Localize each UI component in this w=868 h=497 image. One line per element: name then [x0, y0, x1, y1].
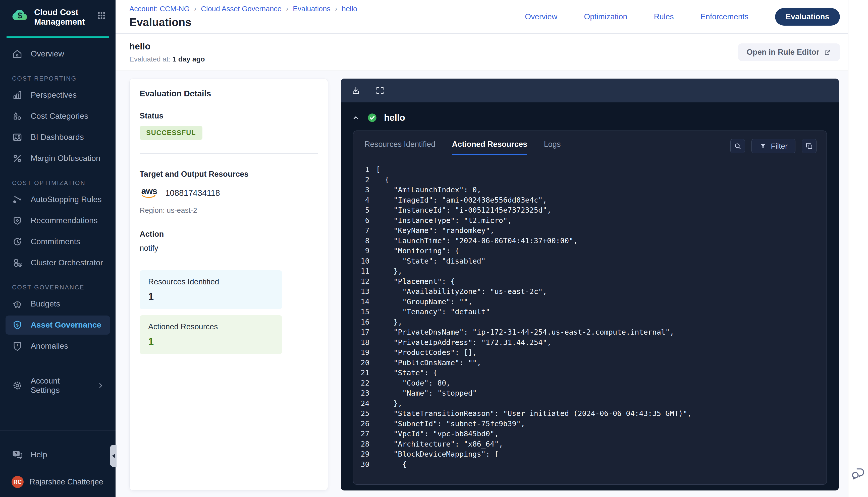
sidebar-item-help[interactable]: ? Help — [0, 444, 115, 465]
sidebar-item-cost-categories[interactable]: Cost Categories — [0, 106, 115, 127]
help-chat-icon: ? — [12, 449, 23, 460]
code-line: 22 "Code": 80, — [353, 378, 827, 388]
breadcrumb-link-hello[interactable]: hello — [342, 5, 357, 13]
sidebar-item-budgets[interactable]: $Budgets — [0, 294, 115, 314]
tab-optimization[interactable]: Optimization — [584, 12, 627, 22]
line-content: }, — [369, 317, 402, 327]
sidebar-item-label: AutoStopping Rules — [31, 195, 102, 204]
svg-text:?: ? — [15, 451, 17, 456]
line-content: "ImageId": "ami-002438e556dd03e4c", — [369, 195, 547, 205]
line-content: [ — [369, 165, 380, 175]
sidebar-collapse-handle[interactable] — [110, 445, 116, 467]
sidebar-item-autostopping-rules[interactable]: AutoStopping Rules — [0, 189, 115, 210]
actioned-resources-value: 1 — [148, 336, 274, 347]
page-title: Evaluations — [129, 16, 357, 29]
region-text: Region: us-east-2 — [140, 206, 318, 215]
user-menu[interactable]: RC Rajarshee Chatterjee — [0, 471, 115, 493]
viewer-toolbar — [341, 79, 839, 102]
breadcrumb-link-evaluations[interactable]: Evaluations — [293, 5, 331, 13]
line-number: 8 — [353, 236, 369, 246]
code-line: 27 "VpcId": "vpc-bb845bd0", — [353, 429, 827, 439]
sidebar-item-margin-obfuscation[interactable]: Margin Obfuscation — [0, 148, 115, 169]
code-line: 15 "Tenancy": "default" — [353, 307, 827, 317]
breadcrumb-link-account-ccm-ng[interactable]: Account: CCM-NG — [129, 5, 190, 13]
line-content: "SubnetId": "subnet-75fe9b39", — [369, 419, 525, 429]
fullscreen-icon[interactable] — [375, 86, 385, 96]
line-content: { — [369, 175, 389, 185]
code-line: 13 "AvailabilityZone": "us-east-2c", — [353, 286, 827, 297]
code-line: 8 "LaunchTime": "2024-06-06T04:41:37+00:… — [353, 236, 827, 246]
sidebar-menu: OverviewCOST REPORTINGPerspectivesCost C… — [0, 38, 115, 357]
copy-button[interactable] — [802, 139, 816, 153]
app-title: Cloud Cost Management — [34, 8, 87, 27]
category-shapes-icon — [12, 111, 23, 122]
sidebar-item-label: Cost Categories — [31, 111, 88, 121]
tab-evaluations[interactable]: Evaluations — [775, 8, 840, 26]
resources-identified-box: Resources Identified 1 — [140, 270, 282, 309]
sidebar-item-recommendations[interactable]: Recommendations — [0, 210, 115, 231]
line-content: "State": { — [369, 368, 437, 378]
filter-icon — [759, 142, 767, 150]
line-number: 18 — [353, 337, 369, 347]
code-line: 6 "InstanceType": "t2.micro", — [353, 215, 827, 226]
line-content: "KeyName": "randomkey", — [369, 225, 494, 236]
line-content: "Name": "stopped" — [369, 388, 477, 398]
download-icon[interactable] — [351, 86, 361, 96]
json-code-viewer[interactable]: 1[2 {3 "AmiLaunchIndex": 0,4 "ImageId": … — [353, 165, 827, 469]
line-number: 28 — [353, 439, 369, 449]
module-grid-icon[interactable] — [97, 11, 106, 20]
line-content: "State": "disabled" — [369, 256, 486, 266]
external-link-icon — [824, 48, 831, 56]
sidebar-item-anomalies[interactable]: !Anomalies — [0, 336, 115, 357]
line-number: 11 — [353, 266, 369, 276]
code-line: 26 "SubnetId": "subnet-75fe9b39", — [353, 419, 827, 429]
line-content: "ProductCodes": [], — [369, 347, 477, 358]
sidebar-item-label: Account Settings — [31, 376, 89, 395]
open-in-rule-editor-button[interactable]: Open in Rule Editor — [738, 43, 840, 61]
sidebar-item-label: Perspectives — [31, 90, 76, 100]
target-resources-label: Target and Output Resources — [140, 170, 318, 179]
line-number: 6 — [353, 215, 369, 226]
search-button[interactable] — [730, 139, 745, 153]
sidebar-item-overview[interactable]: Overview — [0, 43, 115, 65]
tab-enforcements[interactable]: Enforcements — [700, 12, 748, 22]
line-number: 25 — [353, 408, 369, 419]
user-name: Rajarshee Chatterjee — [30, 478, 103, 486]
code-line: 17 "PrivateDnsName": "ip-172-31-44-254.u… — [353, 327, 827, 337]
main-content: Evaluation Details Status SUCCESSFUL Tar… — [115, 71, 868, 497]
line-content: "InstanceType": "t2.micro", — [369, 215, 512, 226]
tab-resources-identified[interactable]: Resources Identified — [364, 140, 435, 155]
sidebar-item-perspectives[interactable]: Perspectives — [0, 85, 115, 106]
viewer-controls: Filter — [730, 139, 816, 153]
sidebar-item-cluster-orchestrator[interactable]: Cluster Orchestrator — [0, 252, 115, 273]
status-label: Status — [140, 111, 318, 120]
code-line: 10 "State": "disabled" — [353, 256, 827, 266]
line-number: 13 — [353, 286, 369, 297]
chat-bubbles-icon[interactable] — [851, 467, 866, 482]
breadcrumb-separator: › — [286, 5, 288, 13]
line-content: "Placement": { — [369, 276, 455, 287]
target-account-row: aws 108817434118 — [140, 187, 318, 199]
line-content: "AmiLaunchIndex": 0, — [369, 185, 481, 195]
breadcrumb-link-cloud-asset-governance[interactable]: Cloud Asset Governance — [201, 5, 282, 13]
line-number: 4 — [353, 195, 369, 205]
tab-rules[interactable]: Rules — [654, 12, 674, 22]
filter-button[interactable]: Filter — [752, 139, 795, 153]
line-content: "BlockDeviceMappings": [ — [369, 449, 499, 459]
chevron-up-icon[interactable] — [351, 113, 360, 122]
evaluation-subheader: hello Evaluated at:1 day ago Open in Rul… — [115, 34, 868, 71]
sidebar-item-asset-governance[interactable]: $Asset Governance — [5, 315, 110, 335]
sidebar-item-account-settings[interactable]: Account Settings — [0, 375, 115, 396]
code-line: 24 }, — [353, 398, 827, 409]
svg-text:$: $ — [17, 302, 18, 306]
tab-logs[interactable]: Logs — [544, 140, 561, 155]
sidebar-item-bi-dashboards[interactable]: BI Dashboards — [0, 127, 115, 148]
code-line: 25 "StateTransitionReason": "User initia… — [353, 408, 827, 419]
sidebar-item-commitments[interactable]: Commitments — [0, 231, 115, 252]
code-line: 3 "AmiLaunchIndex": 0, — [353, 185, 827, 195]
tab-actioned-resources[interactable]: Actioned Resources — [452, 140, 528, 155]
autostopping-icon — [12, 194, 23, 205]
line-content: "Monitoring": { — [369, 246, 459, 256]
line-number: 14 — [353, 297, 369, 307]
tab-overview[interactable]: Overview — [525, 12, 557, 22]
